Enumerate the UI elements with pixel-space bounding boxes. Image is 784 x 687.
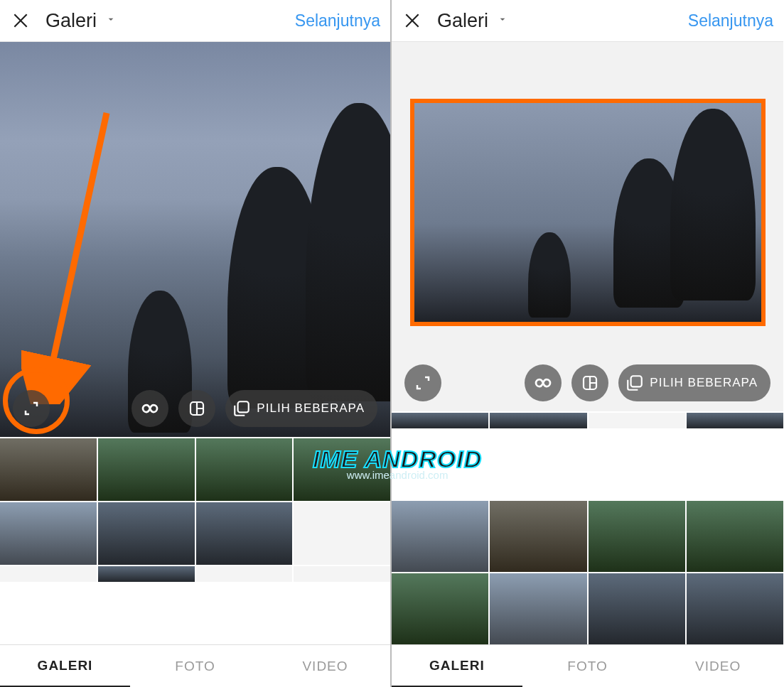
gallery-thumb[interactable] — [294, 502, 390, 565]
gallery-grid — [0, 437, 390, 644]
stack-icon — [232, 399, 251, 418]
preview-image — [0, 42, 390, 437]
tab-photo[interactable]: FOTO — [130, 645, 260, 687]
stack-icon — [625, 374, 644, 392]
next-button[interactable]: Selanjutnya — [688, 11, 773, 31]
gallery-thumb[interactable] — [589, 413, 685, 428]
svg-rect-1 — [238, 401, 249, 412]
gallery-thumb[interactable] — [589, 501, 685, 572]
close-button[interactable] — [10, 10, 31, 31]
screenshot-left: Galeri Selanjutnya — [0, 0, 392, 687]
multi-select-button[interactable]: PILIH BEBERAPA — [618, 364, 770, 401]
gallery-thumb[interactable] — [196, 438, 293, 501]
gallery-thumb[interactable] — [294, 566, 390, 582]
gallery-thumb[interactable] — [392, 501, 488, 572]
overlay-controls: PILIH BEBERAPA — [392, 352, 783, 411]
multi-select-label: PILIH BEBERAPA — [650, 376, 758, 390]
gallery-dropdown[interactable]: Galeri — [437, 10, 508, 32]
gallery-thumb[interactable] — [294, 438, 390, 501]
gallery-thumb[interactable] — [490, 501, 586, 572]
boomerang-button[interactable] — [131, 390, 168, 427]
tab-photo[interactable]: FOTO — [522, 645, 653, 687]
gallery-thumb[interactable] — [589, 573, 685, 644]
preview-area[interactable]: PILIH BEBERAPA — [392, 42, 783, 411]
gallery-thumb[interactable] — [392, 413, 488, 428]
gallery-thumb[interactable] — [196, 502, 293, 565]
screenshot-right: Galeri Selanjutnya — [392, 0, 783, 687]
preview-area[interactable]: PILIH BEBERAPA — [0, 42, 390, 437]
gallery-thumb[interactable] — [196, 566, 293, 582]
gallery-thumb[interactable] — [392, 573, 488, 644]
gallery-thumb[interactable] — [490, 573, 586, 644]
bottom-tabs: GALERI FOTO VIDEO — [392, 644, 783, 687]
preview-image-landscape — [410, 99, 766, 326]
expand-button[interactable] — [13, 390, 50, 427]
gallery-thumb[interactable] — [98, 502, 195, 565]
tab-video[interactable]: VIDEO — [260, 645, 390, 687]
gallery-thumb[interactable] — [98, 438, 195, 501]
gallery-thumb[interactable] — [490, 413, 586, 428]
multi-select-button[interactable]: PILIH BEBERAPA — [225, 390, 377, 427]
close-icon — [11, 11, 30, 30]
expand-button[interactable] — [404, 364, 441, 401]
header-title: Galeri — [437, 10, 488, 32]
bottom-tabs: GALERI FOTO VIDEO — [0, 644, 390, 687]
overlay-controls: PILIH BEBERAPA — [0, 390, 390, 427]
chevron-down-icon — [497, 13, 508, 28]
gallery-thumb[interactable] — [687, 501, 783, 572]
expand-icon — [23, 400, 40, 417]
collage-icon — [188, 400, 205, 417]
gallery-thumb[interactable] — [0, 566, 97, 582]
collage-icon — [581, 374, 598, 391]
layout-button[interactable] — [571, 364, 608, 401]
gallery-thumb[interactable] — [0, 502, 97, 565]
svg-rect-3 — [631, 376, 642, 386]
next-button[interactable]: Selanjutnya — [295, 11, 380, 31]
chevron-down-icon — [105, 13, 117, 28]
gallery-grid — [392, 411, 783, 644]
gallery-thumb[interactable] — [687, 413, 783, 428]
close-icon — [403, 11, 421, 30]
gallery-thumb[interactable] — [0, 438, 97, 501]
gallery-dropdown[interactable]: Galeri — [45, 10, 117, 32]
header: Galeri Selanjutnya — [0, 0, 390, 42]
header-title: Galeri — [45, 10, 97, 32]
expand-icon — [414, 374, 431, 391]
infinity-icon — [139, 398, 161, 419]
layout-button[interactable] — [178, 390, 215, 427]
gallery-thumb[interactable] — [687, 573, 783, 644]
gallery-thumb[interactable] — [98, 566, 195, 582]
boomerang-button[interactable] — [525, 364, 562, 401]
multi-select-label: PILIH BEBERAPA — [257, 401, 365, 416]
close-button[interactable] — [402, 10, 423, 31]
infinity-icon — [532, 372, 554, 394]
tab-video[interactable]: VIDEO — [653, 645, 783, 687]
tab-gallery[interactable]: GALERI — [0, 645, 130, 687]
header: Galeri Selanjutnya — [392, 0, 783, 42]
tab-gallery[interactable]: GALERI — [392, 645, 522, 687]
